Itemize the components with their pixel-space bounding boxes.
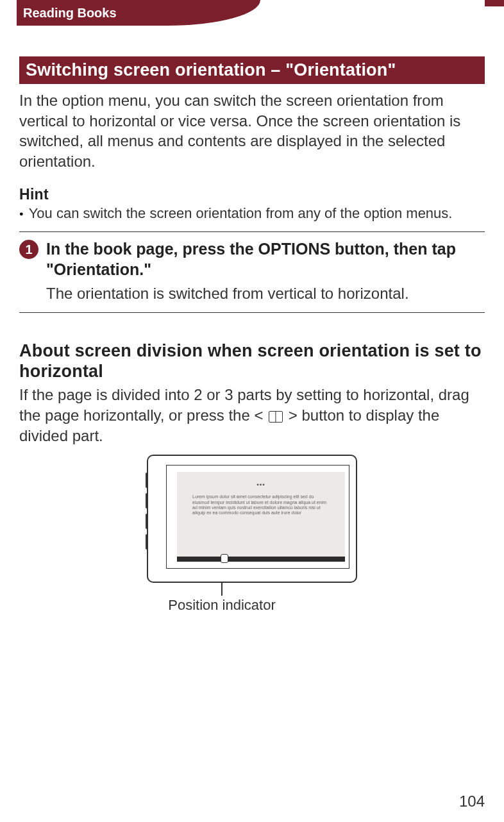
subsection-heading: About screen division when screen orient…: [19, 341, 485, 382]
device-figure: ▪▪▪ Lorem ipsum dolor sit amet consectet…: [19, 455, 485, 614]
intro-paragraph: In the option menu, you can switch the s…: [19, 90, 485, 172]
ereader-device: ▪▪▪ Lorem ipsum dolor sit amet consectet…: [147, 455, 357, 583]
screen-sample-title: ▪▪▪: [177, 481, 345, 488]
device-side-buttons: [146, 473, 148, 549]
book-icon: [269, 411, 283, 423]
hint-text: You can switch the screen orientation fr…: [19, 205, 485, 223]
device-screen-content: ▪▪▪ Lorem ipsum dolor sit amet consectet…: [177, 472, 345, 562]
indicator-caption: Position indicator: [168, 597, 276, 614]
manual-page: Reading Books Switching screen orientati…: [0, 0, 504, 822]
step-number-badge: 1: [19, 240, 38, 259]
section-title: Switching screen orientation – "Orientat…: [19, 56, 485, 84]
breadcrumb-tab: Reading Books: [17, 0, 260, 26]
page-number: 104: [459, 793, 485, 810]
device-screen: ▪▪▪ Lorem ipsum dolor sit amet consectet…: [166, 465, 349, 569]
step-subtext: The orientation is switched from vertica…: [19, 283, 485, 303]
breadcrumb-text: Reading Books: [23, 6, 117, 21]
indicator-callout: Position indicator: [228, 583, 276, 614]
hint-heading: Hint: [19, 186, 485, 203]
header: Reading Books: [17, 0, 487, 26]
accent-bar: [485, 0, 504, 6]
position-indicator-thumb: [221, 554, 228, 563]
step-1: 1 In the book page, press the OPTIONS bu…: [19, 239, 485, 280]
indicator-leader-line: [221, 582, 222, 596]
progress-track: [177, 557, 345, 562]
subsection-body: If the page is divided into 2 or 3 parts…: [19, 385, 485, 446]
step-title: In the book page, press the OPTIONS butt…: [46, 239, 485, 280]
divider-bottom: [19, 312, 485, 313]
content-area: Switching screen orientation – "Orientat…: [17, 26, 487, 614]
divider-top: [19, 231, 485, 232]
screen-sample-text: Lorem ipsum dolor sit amet consectetur a…: [177, 488, 345, 516]
